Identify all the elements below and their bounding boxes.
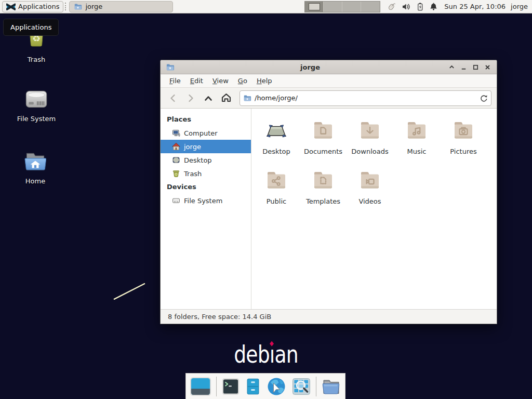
menu-go[interactable]: Go <box>233 75 252 87</box>
system-tray <box>387 2 438 11</box>
panel-handle <box>65 3 67 10</box>
app-finder-icon <box>291 377 311 396</box>
sidebar-item-label: Trash <box>184 170 202 178</box>
notification-bell-tray-icon[interactable] <box>429 2 438 11</box>
workspace-4[interactable] <box>361 2 380 12</box>
back-button[interactable] <box>166 91 180 105</box>
panel-username[interactable]: jorge <box>511 3 528 10</box>
folder-item-documents[interactable]: Documents <box>300 116 347 166</box>
places-header: Places <box>161 113 251 126</box>
folder-item-downloads[interactable]: Downloads <box>347 116 393 166</box>
home-button[interactable] <box>219 91 233 105</box>
panel-clock[interactable]: Sun 25 Apr, 10:06 <box>444 3 506 10</box>
sidebar-item-desktop[interactable]: Desktop <box>161 153 251 167</box>
folder-label: Templates <box>306 197 340 205</box>
folder-icon <box>321 377 341 396</box>
dock-separator <box>316 377 316 396</box>
tooltip-text: Applications <box>10 23 51 31</box>
applications-tooltip: Applications <box>3 19 59 36</box>
videos-folder-icon <box>357 168 382 193</box>
up-button[interactable] <box>201 91 216 105</box>
folder-item-public[interactable]: Public <box>253 166 300 216</box>
computer-icon <box>172 129 180 137</box>
terminal-icon <box>221 377 240 396</box>
desktop-icon-home[interactable]: Home <box>6 149 64 185</box>
sidebar-item-computer[interactable]: Computer <box>161 126 251 140</box>
volume-tray-icon[interactable] <box>402 2 411 11</box>
window-controls <box>446 61 494 73</box>
workspace-2[interactable] <box>324 2 342 12</box>
window-titlebar[interactable]: jorge <box>161 60 497 74</box>
folder-icon <box>74 3 82 11</box>
applications-menu-button[interactable]: Applications <box>2 1 63 12</box>
window-folder-icon[interactable] <box>166 63 175 72</box>
sidebar-item-file-system[interactable]: File System <box>161 194 251 207</box>
workspace-window-preview <box>309 3 320 10</box>
sidebar-item-trash[interactable]: Trash <box>161 167 251 180</box>
battery-tray-icon[interactable] <box>416 2 424 11</box>
menu-view[interactable]: View <box>208 75 233 87</box>
folder-label: Downloads <box>351 148 388 155</box>
sidebar-item-jorge[interactable]: jorge <box>161 140 251 153</box>
app-finder-launcher[interactable] <box>291 377 311 396</box>
wordmark-prefix: deb <box>234 340 270 368</box>
folder-item-pictures[interactable]: Pictures <box>440 116 487 166</box>
menu-help[interactable]: Help <box>252 75 277 87</box>
web-browser-launcher[interactable] <box>266 377 287 396</box>
workspace-3[interactable] <box>342 2 361 12</box>
web-browser-globe-icon <box>266 377 287 396</box>
window-content: Places Computer jorge <box>161 109 497 309</box>
workspace-switcher <box>304 1 380 12</box>
folder-label: Videos <box>358 197 381 205</box>
minimize-button[interactable] <box>458 61 470 73</box>
templates-folder-icon <box>311 168 336 193</box>
desktop-icon-file-system[interactable]: File System <box>7 86 65 123</box>
location-input[interactable] <box>255 94 476 102</box>
folder-item-desktop[interactable]: Desktop <box>253 116 300 166</box>
file-manager-launcher[interactable] <box>245 377 261 396</box>
wordmark-suffix: an <box>274 340 298 368</box>
directory-menu-launcher[interactable] <box>321 377 341 396</box>
document-folder-icon <box>311 118 336 143</box>
music-folder-icon <box>404 118 429 143</box>
location-bar[interactable] <box>240 90 491 106</box>
trash-icon <box>172 169 180 178</box>
status-bar: 8 folders, Free space: 14.4 GiB <box>161 309 497 324</box>
desktop-icon-label: Trash <box>28 56 45 63</box>
sidebar-item-label: File System <box>184 197 222 205</box>
desktop-workspace-icon <box>264 118 289 143</box>
folder-item-templates[interactable]: Templates <box>300 166 347 216</box>
applications-menu-label: Applications <box>18 3 59 10</box>
show-desktop-launcher[interactable] <box>190 376 211 397</box>
folder-label: Desktop <box>262 148 290 155</box>
reload-icon[interactable] <box>480 94 488 102</box>
folder-label: Pictures <box>450 148 476 155</box>
folder-item-videos[interactable]: Videos <box>347 166 393 216</box>
home-icon <box>172 142 180 151</box>
sidebar-item-label: jorge <box>184 143 201 151</box>
devices-header: Devices <box>161 180 251 194</box>
maximize-button[interactable] <box>470 61 482 73</box>
shade-button[interactable] <box>446 61 458 73</box>
desktop-icon <box>172 156 180 164</box>
sidebar-item-label: Computer <box>184 129 218 137</box>
dock-separator <box>216 377 217 396</box>
sidebar: Places Computer jorge <box>161 109 251 309</box>
folder-label: Music <box>407 148 427 155</box>
file-pane: Desktop Documents Downloads <box>251 109 497 309</box>
debian-wordmark: debıan <box>223 340 309 368</box>
download-folder-icon <box>357 118 382 143</box>
menu-file[interactable]: File <box>165 75 185 87</box>
drive-icon <box>22 86 50 113</box>
mouse-tray-icon[interactable] <box>387 2 397 11</box>
folder-item-music[interactable]: Music <box>393 116 440 166</box>
close-button[interactable] <box>482 61 494 73</box>
workspace-1[interactable] <box>305 2 324 12</box>
terminal-launcher[interactable] <box>221 377 240 396</box>
forward-button[interactable] <box>183 91 198 105</box>
taskbar-window-button[interactable]: jorge <box>69 1 173 12</box>
menu-edit[interactable]: Edit <box>185 75 208 87</box>
sidebar-item-label: Desktop <box>184 156 212 164</box>
folder-label: Documents <box>304 148 342 155</box>
pictures-folder-icon <box>451 118 476 143</box>
